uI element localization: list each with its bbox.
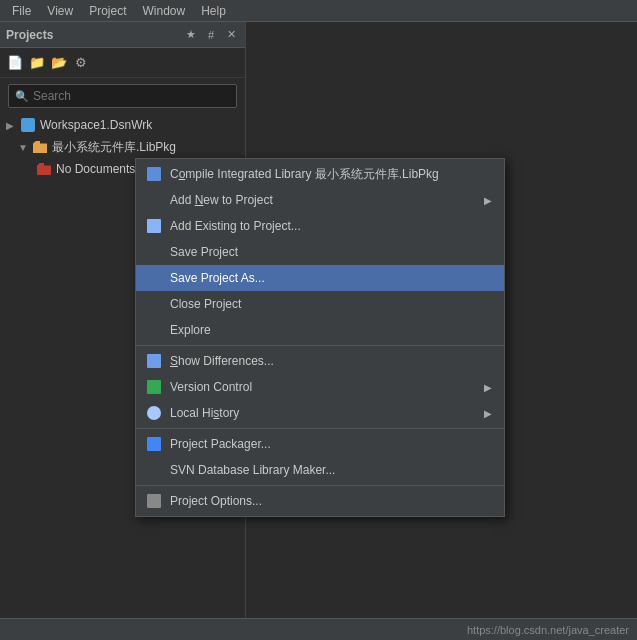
history-label: Local History [170,406,484,420]
menu-view[interactable]: View [39,2,81,20]
close-panel-icon[interactable]: ✕ [223,27,239,43]
save-as-label: Save Project As... [170,271,492,285]
menu-history[interactable]: Local History ▶ [136,400,504,426]
save-icon [144,242,164,262]
settings-icon[interactable]: ⚙ [72,54,90,72]
save-as-icon [144,268,164,288]
show-diff-icon [144,351,164,371]
menubar: File View Project Window Help [0,0,637,22]
statusbar: https://blog.csdn.net/java_creater [0,618,637,640]
menu-add-existing[interactable]: Add Existing to Project... [136,213,504,239]
explore-label: Explore [170,323,492,337]
history-icon [144,403,164,423]
open-folder-icon[interactable]: 📁 [28,54,46,72]
menu-options[interactable]: Project Options... [136,488,504,514]
close-project-label: Close Project [170,297,492,311]
menu-svn[interactable]: SVN Database Library Maker... [136,457,504,483]
packager-label: Project Packager... [170,437,492,451]
workspace-item[interactable]: ▶ Workspace1.DsnWrk [0,114,245,136]
workspace-icon [20,117,36,133]
project-icon [32,139,48,155]
menu-help[interactable]: Help [193,2,234,20]
menu-version[interactable]: Version Control ▶ [136,374,504,400]
menu-file[interactable]: File [4,2,39,20]
close-project-icon [144,294,164,314]
show-diff-label: Show Differences... [170,354,492,368]
menu-explore[interactable]: Explore [136,317,504,343]
menu-packager[interactable]: Project Packager... [136,431,504,457]
workspace-label: Workspace1.DsnWrk [40,118,152,132]
separator-1 [136,345,504,346]
menu-save-as[interactable]: Save Project As... [136,265,504,291]
open-file-icon[interactable]: 📂 [50,54,68,72]
add-existing-label: Add Existing to Project... [170,219,492,233]
separator-3 [136,485,504,486]
packager-icon [144,434,164,454]
menu-save[interactable]: Save Project [136,239,504,265]
explore-icon [144,320,164,340]
search-box[interactable]: 🔍 [8,84,237,108]
menu-window[interactable]: Window [135,2,194,20]
add-new-label: Add New to Project [170,193,484,207]
compile-icon [144,164,164,184]
new-doc-icon[interactable]: 📄 [6,54,24,72]
separator-2 [136,428,504,429]
project-arrow: ▼ [18,142,30,153]
add-new-arrow: ▶ [484,195,492,206]
add-existing-icon [144,216,164,236]
pin-icon2[interactable]: # [203,27,219,43]
version-arrow: ▶ [484,382,492,393]
add-new-icon [144,190,164,210]
save-label: Save Project [170,245,492,259]
menu-add-new[interactable]: Add New to Project ▶ [136,187,504,213]
version-label: Version Control [170,380,484,394]
panel-toolbar: 📄 📁 📂 ⚙ [0,48,245,78]
history-arrow: ▶ [484,408,492,419]
menu-compile[interactable]: Compile Integrated Library 最小系统元件库.LibPk… [136,161,504,187]
panel-icons: ★ # ✕ [183,27,239,43]
panel-header: Projects ★ # ✕ [0,22,245,48]
search-icon: 🔍 [15,90,29,103]
menu-project[interactable]: Project [81,2,134,20]
panel-title: Projects [6,28,53,42]
workspace-arrow: ▶ [6,120,18,131]
status-text: https://blog.csdn.net/java_creater [467,624,629,636]
pin-icon[interactable]: ★ [183,27,199,43]
no-documents-label: No Documents [56,162,135,176]
version-icon [144,377,164,397]
svn-label: SVN Database Library Maker... [170,463,492,477]
options-icon [144,491,164,511]
options-label: Project Options... [170,494,492,508]
compile-label: Compile Integrated Library 最小系统元件库.LibPk… [170,166,492,183]
svn-icon [144,460,164,480]
context-menu: Compile Integrated Library 最小系统元件库.LibPk… [135,158,505,517]
menu-close-project[interactable]: Close Project [136,291,504,317]
no-doc-icon [36,161,52,177]
menu-show-diff[interactable]: Show Differences... [136,348,504,374]
project-item[interactable]: ▼ 最小系统元件库.LibPkg [0,136,245,158]
project-label: 最小系统元件库.LibPkg [52,139,176,156]
search-input[interactable] [33,89,230,103]
